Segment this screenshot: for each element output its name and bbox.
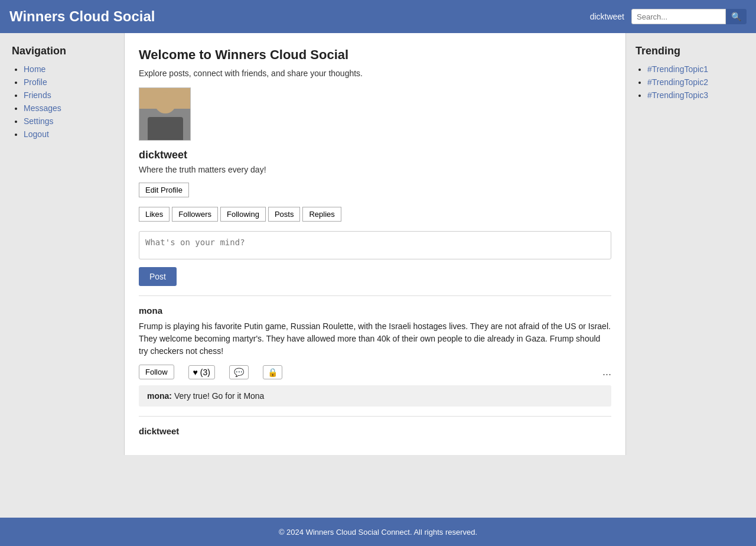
avatar-head: [155, 92, 176, 113]
header-right: dicktweet 🔍: [590, 9, 747, 24]
comment-text: Very true! Go for it Mona: [174, 391, 265, 401]
trending-item: #TrendingTopic1: [647, 64, 747, 74]
sidebar-list-item: Home: [24, 64, 112, 74]
post-author: mona: [139, 306, 611, 316]
trending-link[interactable]: #TrendingTopic1: [647, 64, 708, 74]
sidebar-list-item: Logout: [24, 129, 112, 139]
sidebar-links: HomeProfileFriendsMessagesSettingsLogout: [12, 64, 112, 139]
app-title: Winners Cloud Social: [9, 8, 155, 25]
tab-posts[interactable]: Posts: [268, 207, 301, 222]
profile-avatar: [139, 87, 191, 141]
edit-profile-button[interactable]: Edit Profile: [139, 183, 189, 197]
like-button[interactable]: ♥ (3): [188, 365, 215, 379]
sidebar-list-item: Settings: [24, 116, 112, 126]
trending-link[interactable]: #TrendingTopic2: [647, 77, 708, 87]
trending-list: #TrendingTopic1#TrendingTopic2#TrendingT…: [636, 64, 747, 100]
header: Winners Cloud Social dicktweet 🔍: [0, 0, 756, 33]
layout: Navigation HomeProfileFriendsMessagesSet…: [0, 33, 756, 518]
post-divider: [139, 416, 611, 417]
post-author: dicktweet: [139, 426, 611, 436]
tab-likes[interactable]: Likes: [139, 207, 170, 222]
welcome-subtitle: Explore posts, connect with friends, and…: [139, 69, 611, 78]
search-input[interactable]: [631, 9, 726, 24]
comment-author: mona:: [147, 391, 174, 401]
post-button[interactable]: Post: [139, 267, 177, 286]
sidebar-list-item: Messages: [24, 103, 112, 113]
tab-replies[interactable]: Replies: [302, 207, 341, 222]
profile-username: dicktweet: [139, 149, 611, 161]
post-content: Frump is playing his favorite Putin game…: [139, 320, 611, 358]
avatar-figure: [139, 87, 190, 141]
comment-button[interactable]: 💬: [229, 365, 249, 379]
comment: mona: Very true! Go for it Mona: [139, 385, 611, 407]
post-divider: [139, 295, 611, 296]
header-username: dicktweet: [590, 12, 624, 21]
tab-bar: LikesFollowersFollowingPostsReplies: [139, 207, 611, 222]
sidebar-list-item: Friends: [24, 90, 112, 100]
avatar-body: [148, 117, 183, 141]
trending-item: #TrendingTopic2: [647, 77, 747, 87]
sidebar-link-settings[interactable]: Settings: [24, 116, 54, 126]
share-button[interactable]: 🔒: [263, 365, 282, 379]
sidebar-list-item: Profile: [24, 77, 112, 87]
follow-button[interactable]: Follow: [139, 365, 174, 379]
trending-sidebar: Trending #TrendingTopic1#TrendingTopic2#…: [626, 33, 756, 518]
sidebar-link-friends[interactable]: Friends: [24, 90, 51, 100]
more-options[interactable]: ...: [602, 366, 611, 378]
sidebar-link-messages[interactable]: Messages: [24, 103, 61, 113]
welcome-title: Welcome to Winners Cloud Social: [139, 47, 611, 63]
tab-followers[interactable]: Followers: [172, 207, 218, 222]
post-input[interactable]: [139, 231, 611, 259]
tab-following[interactable]: Following: [220, 207, 266, 222]
trending-title: Trending: [636, 45, 747, 57]
posts-container: monaFrump is playing his favorite Putin …: [139, 306, 611, 436]
main-scroll: Welcome to Winners Cloud Social Explore …: [124, 33, 626, 518]
nav-title: Navigation: [12, 45, 112, 57]
trending-item: #TrendingTopic3: [647, 90, 747, 100]
post-actions: Follow♥ (3)💬🔒...: [139, 365, 611, 379]
sidebar-link-profile[interactable]: Profile: [24, 77, 47, 87]
footer-text: © 2024 Winners Cloud Social Connect. All…: [279, 528, 477, 537]
sidebar-link-logout[interactable]: Logout: [24, 129, 49, 139]
sidebar: Navigation HomeProfileFriendsMessagesSet…: [0, 33, 124, 518]
search-button[interactable]: 🔍: [726, 9, 747, 24]
trending-link[interactable]: #TrendingTopic3: [647, 90, 708, 100]
profile-bio: Where the truth matters every day!: [139, 165, 611, 174]
main-content: Welcome to Winners Cloud Social Explore …: [124, 33, 626, 455]
post-card: dicktweet: [139, 426, 611, 436]
sidebar-link-home[interactable]: Home: [24, 64, 45, 74]
search-wrapper: 🔍: [631, 9, 747, 24]
footer: © 2024 Winners Cloud Social Connect. All…: [0, 518, 756, 546]
post-card: monaFrump is playing his favorite Putin …: [139, 306, 611, 407]
